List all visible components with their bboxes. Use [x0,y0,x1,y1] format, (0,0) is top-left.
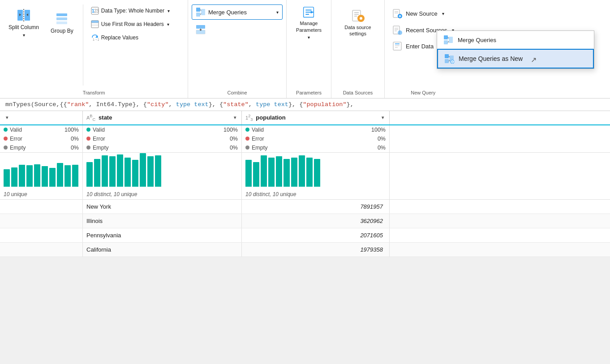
pop-col-arrow[interactable]: ▾ [379,115,386,121]
split-column-arrow: ▾ [23,33,25,38]
data-source-settings-button[interactable]: Data source settings [335,3,381,43]
first-error-cell: Error 0% [0,134,83,143]
svg-rect-29 [449,37,453,43]
state-valid-label: Valid [93,127,105,133]
first-empty-cell: Empty 0% [0,143,83,152]
stats-section: Valid 100% Valid 100% Valid 100% [0,125,610,153]
new-query-group-label: New Query [385,90,462,95]
bar-item [94,159,100,187]
state-col-arrow[interactable]: ▾ [232,115,238,121]
first-empty-label: Empty [10,145,26,151]
enter-data-icon [392,41,402,51]
valid-stats-row: Valid 100% Valid 100% Valid 100% [0,125,610,134]
bar-item [72,165,78,187]
col-header-population[interactable]: 123 population ▾ [242,111,390,124]
pop-error-cell: Error 0% [242,134,390,143]
svg-rect-18 [196,8,200,12]
data-source-settings-icon [351,9,365,22]
cursor-indicator: ↗ [531,56,537,64]
pop-bars [245,155,386,187]
manage-parameters-label: ManageParameters [296,20,322,33]
pop-empty-dot [245,146,249,150]
merge-as-new-icon: + [444,54,454,64]
svg-text:+: + [451,60,453,64]
error-stats-row: Error 0% Error 0% Error 0% [0,134,610,143]
cell-first [0,228,83,242]
pop-error-pct: 0% [369,136,386,142]
ribbon-group-combine: Merge Queries ▾ Combine [188,0,287,98]
pop-valid-pct: 100% [369,127,386,133]
svg-line-21 [200,9,201,11]
bar-item [57,163,63,187]
pop-empty-cell: Empty 0% [242,143,390,152]
merge-as-new-label: Merge Queries as New [459,55,523,62]
svg-rect-13 [91,21,99,23]
bar-item [86,162,93,187]
bar-item [155,155,161,187]
state-bars [86,155,238,187]
pop-distinct: 10 distinct, 10 unique [242,189,390,199]
formula-prefix: mnTypes(Source,{{ [5,101,67,108]
pop-error-label: Error [252,136,264,142]
data-type-button[interactable]: 1 2 3 Data Type: Whole Number ▾ [88,4,184,17]
svg-point-60 [398,30,402,35]
cell-first [0,243,83,257]
ribbon-group-transform: Split Column ▾ Group By 1 [0,0,188,98]
merge-queries-icon [196,7,206,17]
merge-as-new-option[interactable]: + Merge Queries as New ↗ [437,49,594,69]
group-by-button[interactable]: Group By [46,3,78,43]
first-empty-dot [4,146,8,150]
svg-line-36 [449,60,450,61]
first-bars [4,155,79,187]
svg-text:3: 3 [96,9,99,13]
new-source-button[interactable]: New Source ▾ [388,5,458,21]
split-column-button[interactable]: Split Column ▾ [4,3,44,43]
bar-item [261,155,267,187]
merge-queries-option-icon [443,35,453,45]
bar-item [42,166,48,187]
table-row[interactable]: New York7891957 [0,200,610,214]
svg-rect-5 [56,13,67,16]
col-header-first[interactable]: ▾ [0,111,83,124]
population-col-name: population [256,114,285,121]
col-header-state[interactable]: ABC state ▾ [83,111,242,124]
use-first-row-button[interactable]: Use First Row as Headers ▾ [88,18,184,30]
replace-values-button[interactable]: 1→2 Replace Values [88,31,184,44]
bar-item [11,167,17,187]
state-distinct: 10 distinct, 10 unique [83,189,242,199]
group-by-label: Group By [51,28,73,34]
merge-queries-button[interactable]: Merge Queries ▾ [192,4,283,20]
state-error-cell: Error 0% [83,134,242,143]
pop-bar-chart [242,153,390,189]
svg-line-31 [448,41,449,43]
merge-queries-label: Merge Queries [208,9,247,16]
first-valid-dot [4,128,8,132]
pop-empty-pct: 0% [369,145,386,151]
manage-parameters-button[interactable]: ManageParameters ▾ [291,3,326,43]
svg-rect-28 [444,40,448,44]
svg-rect-23 [196,25,205,29]
cell-state: New York [83,200,242,214]
bar-item [245,160,252,187]
grid-header-row: ▾ ABC state ▾ 123 population ▾ [0,111,610,125]
table-row[interactable]: Illinois3620962 [0,214,610,228]
new-source-label: New Source [406,10,438,17]
split-column-label: Split Column [9,24,39,31]
group-by-icon [55,12,69,26]
svg-rect-19 [196,13,200,17]
col-first-arrow[interactable]: ▾ [4,115,10,121]
parameters-group-label: Parameters [287,90,331,95]
cell-population: 3620962 [242,214,390,228]
merge-queries-option-label: Merge Queries [458,37,496,43]
table-row[interactable]: Pennsylvania2071605 [0,228,610,243]
table-row[interactable]: California1979358 [0,243,610,257]
cell-state: California [83,243,242,257]
state-error-pct: 0% [221,136,238,142]
svg-rect-27 [444,35,448,39]
append-queries-button[interactable] [192,22,283,37]
ribbon-group-data-sources: Data source settings Data Sources [331,0,385,98]
bar-item [140,153,146,187]
bar-item [314,159,320,187]
merge-queries-option[interactable]: Merge Queries [437,31,594,49]
svg-rect-7 [56,21,67,24]
